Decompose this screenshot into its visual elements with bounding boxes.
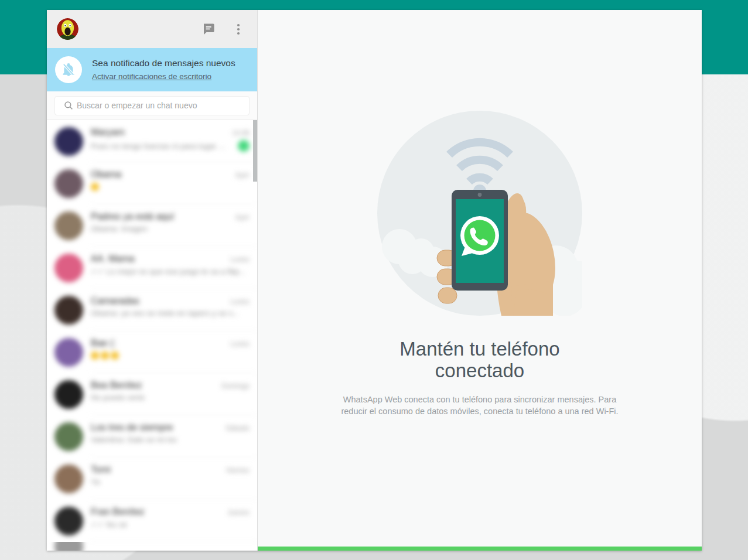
chat-time: Sábado xyxy=(226,424,250,432)
chat-list-item[interactable]: AA. Mama Lunes ✓✓ Lo mejor es que ese ju… xyxy=(47,247,257,289)
chat-avatar xyxy=(54,422,83,451)
desktop-background: Sea notificado de mensajes nuevos Activa… xyxy=(0,0,748,560)
chat-list-item[interactable]: Obama Ayer xyxy=(47,162,257,204)
chat-time: Jueves xyxy=(227,508,250,517)
chat-name: Los tres de siempre xyxy=(91,422,221,433)
chat-row-content: AA. Mama Lunes ✓✓ Lo mejor es que ese ju… xyxy=(54,247,257,289)
chat-row-content: Obama Ayer xyxy=(54,162,257,204)
chat-time: Viernes xyxy=(226,466,250,474)
chat-time: 14:46 xyxy=(232,129,250,137)
chat-name: Maryam xyxy=(91,127,227,138)
chat-avatar xyxy=(54,338,83,367)
chat-avatar xyxy=(54,507,83,535)
chat-list-item[interactable]: Tomi Viernes Ya xyxy=(47,457,257,500)
chat-row-content: Maryam 14:46 Pues no tengo fuerzas ni pa… xyxy=(54,120,257,162)
lemongrab-avatar-icon xyxy=(57,18,78,40)
chat-last-message: Ya xyxy=(91,477,250,486)
chat-time: Ayer xyxy=(235,171,250,179)
chat-name: Tomi xyxy=(91,465,221,475)
chat-avatar xyxy=(54,127,83,156)
chat-avatar xyxy=(54,211,83,240)
chat-row-content: Padres ya está aquí Ayer Obama: Imagen xyxy=(54,204,257,247)
chat-list-item[interactable]: Maryam 14:46 Pues no tengo fuerzas ni pa… xyxy=(47,120,257,162)
chat-list-item[interactable]: Los tres de siempre Sábado Valentina: Da… xyxy=(47,415,257,457)
chat-name: Bae (: xyxy=(91,338,226,349)
chat-row-content: Bea Benítez Domingo No puedo verte xyxy=(54,373,257,415)
loading-progress-bar xyxy=(258,547,702,551)
chat-time: Ayer xyxy=(235,213,250,221)
chat-avatar xyxy=(54,465,83,493)
chat-last-message: No puedo verte xyxy=(91,393,250,402)
chat-last-message: Obama: ya veo se mete en tapers y se v..… xyxy=(91,309,250,317)
menu-icon[interactable] xyxy=(231,22,245,36)
notification-title: Sea notificado de mensajes nuevos xyxy=(92,58,235,69)
search-icon xyxy=(63,100,74,111)
chat-avatar xyxy=(54,296,83,325)
sidebar-header xyxy=(47,10,257,48)
enable-notifications-link[interactable]: Activar notificaciones de escritorio xyxy=(92,72,211,81)
chat-row-content: Los tres de siempre Sábado Valentina: Da… xyxy=(54,415,257,457)
whatsapp-web-window: Sea notificado de mensajes nuevos Activa… xyxy=(47,10,702,551)
chat-last-message: ✓✓ Lo mejor es que ese juego le va a fli… xyxy=(91,267,250,276)
chat-name: AA. Mama xyxy=(91,254,226,264)
sidebar: Sea notificado de mensajes nuevos Activa… xyxy=(47,10,258,551)
chat-list-item[interactable]: Bea Benítez Domingo No puedo verte xyxy=(47,373,257,415)
search-bar[interactable] xyxy=(54,96,250,115)
chat-last-message xyxy=(91,351,250,360)
chat-row-content: Tomi Viernes Ya xyxy=(54,457,257,500)
chat-time: Lunes xyxy=(230,298,250,306)
chat-last-message xyxy=(91,182,250,191)
chat-list-item[interactable]: Padres ya está aquí Ayer Obama: Imagen xyxy=(47,204,257,247)
notification-texts: Sea notificado de mensajes nuevos Activa… xyxy=(92,58,235,81)
chat-time: Lunes xyxy=(230,340,250,348)
search-input[interactable] xyxy=(77,101,242,110)
chat-avatar xyxy=(54,254,83,282)
chat-avatar xyxy=(54,169,83,198)
chat-last-message: Obama: Imagen xyxy=(91,224,250,233)
new-chat-icon[interactable] xyxy=(201,22,216,36)
main-panel: Mantén tu teléfono conectado WhatsApp We… xyxy=(258,10,702,551)
chat-row-content: Camaradas Lunes Obama: ya veo se mete en… xyxy=(54,289,257,331)
scrollbar-thumb[interactable] xyxy=(253,120,257,182)
search-strip xyxy=(47,91,257,120)
chat-last-message: ✓✓ No sé xyxy=(91,520,250,529)
chat-list-item[interactable]: Fran Benítez Jueves ✓✓ No sé xyxy=(47,500,257,542)
muted-bell-icon xyxy=(55,56,82,83)
chat-name: Padres ya está aquí xyxy=(91,211,231,222)
chat-name: Bea Benítez xyxy=(91,380,217,391)
main-body-text: WhatsApp Web conecta con tu teléfono par… xyxy=(339,394,620,417)
chat-list-item[interactable]: Bae (: Lunes xyxy=(47,331,257,373)
chat-avatar xyxy=(54,380,83,409)
chat-last-message: Valentina: Dale se mi loc xyxy=(91,435,250,444)
chat-last-message: Pues no tengo fuerzas ni para lugar ... xyxy=(91,142,233,151)
chat-time: Domingo xyxy=(221,382,250,390)
chat-time: Lunes xyxy=(230,255,250,264)
phone-wifi-illustration xyxy=(377,111,582,316)
profile-avatar[interactable] xyxy=(57,18,78,40)
unread-badge xyxy=(238,140,250,152)
chat-name: Camaradas xyxy=(91,296,226,306)
chat-list: Maryam 14:46 Pues no tengo fuerzas ni pa… xyxy=(47,120,257,551)
chat-name: Fran Benítez xyxy=(91,507,223,517)
chat-list-item-partial[interactable] xyxy=(47,542,257,551)
chat-row-content: Bae (: Lunes xyxy=(54,331,257,373)
main-heading: Mantén tu teléfono conectado xyxy=(371,338,588,381)
chat-row-content: Fran Benítez Jueves ✓✓ No sé xyxy=(54,500,257,542)
chat-list-item[interactable]: Camaradas Lunes Obama: ya veo se mete en… xyxy=(47,289,257,331)
chat-name: Obama xyxy=(91,169,231,180)
notification-banner[interactable]: Sea notificado de mensajes nuevos Activa… xyxy=(47,48,257,91)
